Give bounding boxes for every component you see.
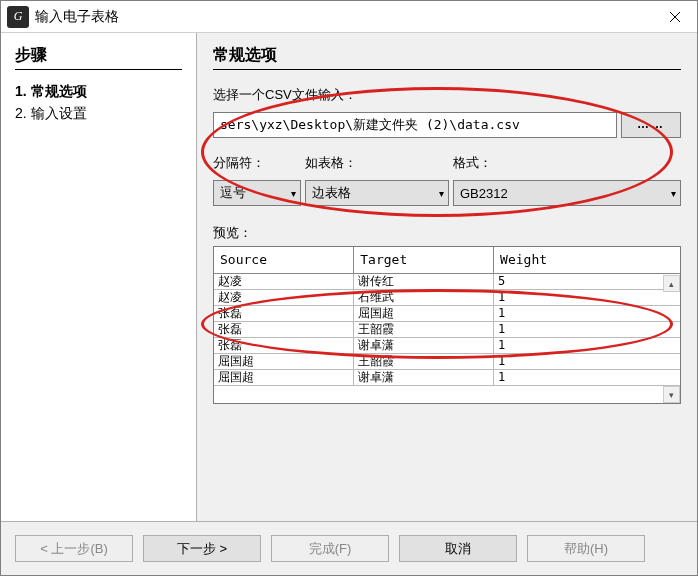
- options-panel: 常规选项 选择一个CSV文件输入： sers\yxz\Desktop\新建文件夹…: [197, 33, 697, 521]
- finish-button[interactable]: 完成(F): [271, 535, 389, 562]
- table-cell: 谢卓潇: [354, 369, 494, 385]
- app-icon: G: [7, 6, 29, 28]
- table-cell: 谢传红: [354, 273, 494, 289]
- table-cell: 张磊: [214, 337, 354, 353]
- options-heading: 常规选项: [213, 45, 681, 66]
- table-type-value: 边表格: [312, 184, 351, 202]
- dropdowns-row: 逗号 ▾ 边表格 ▾ GB2312 ▾: [213, 180, 681, 206]
- chevron-down-icon: ▾: [291, 188, 296, 199]
- chevron-down-icon: ▾: [439, 188, 444, 199]
- table-cell: 屈国超: [214, 353, 354, 369]
- table-cell: 1: [494, 337, 680, 353]
- step-item[interactable]: 2. 输入设置: [15, 102, 182, 124]
- preview-column-header[interactable]: Weight: [494, 247, 680, 273]
- table-row[interactable]: 张磊王韶霞1: [214, 321, 680, 337]
- preview-column-header[interactable]: Target: [354, 247, 494, 273]
- table-cell: 屈国超: [354, 305, 494, 321]
- dropdown-labels-row: 分隔符： 如表格： 格式：: [213, 154, 681, 172]
- separator-dropdown[interactable]: 逗号 ▾: [213, 180, 301, 206]
- separator-value: 逗号: [220, 184, 246, 202]
- table-cell: 张磊: [214, 305, 354, 321]
- table-type-dropdown[interactable]: 边表格 ▾: [305, 180, 449, 206]
- button-bar: < 上一步(B) 下一步 > 完成(F) 取消 帮助(H): [1, 521, 697, 575]
- table-cell: 屈国超: [214, 369, 354, 385]
- preview-column-header[interactable]: Source: [214, 247, 354, 273]
- table-row[interactable]: 张磊屈国超1: [214, 305, 680, 321]
- main-area: 步骤 1. 常规选项2. 输入设置 常规选项 选择一个CSV文件输入： sers…: [1, 33, 697, 521]
- table-cell: 王韶霞: [354, 353, 494, 369]
- separator-label: 分隔符：: [213, 154, 305, 172]
- table-row[interactable]: 屈国超王韶霞1: [214, 353, 680, 369]
- file-row: sers\yxz\Desktop\新建文件夹 (2)\data.csv ……: [213, 112, 681, 138]
- close-button[interactable]: [653, 1, 697, 33]
- options-heading-underline: [213, 69, 681, 70]
- next-button[interactable]: 下一步 >: [143, 535, 261, 562]
- titlebar: G 输入电子表格: [1, 1, 697, 33]
- chevron-down-icon: ▾: [671, 188, 676, 199]
- table-row[interactable]: 赵凌石维武1: [214, 289, 680, 305]
- preview-table: SourceTargetWeight 赵凌谢传红5赵凌石维武1张磊屈国超1张磊王…: [214, 247, 680, 386]
- table-cell: 张磊: [214, 321, 354, 337]
- format-label: 格式：: [453, 154, 681, 172]
- steps-heading-underline: [15, 69, 182, 70]
- table-cell: 谢卓潇: [354, 337, 494, 353]
- table-cell: 1: [494, 289, 680, 305]
- steps-panel: 步骤 1. 常规选项2. 输入设置: [1, 33, 197, 521]
- table-cell: 1: [494, 305, 680, 321]
- table-cell: 5: [494, 273, 680, 289]
- close-icon: [669, 11, 681, 23]
- step-item[interactable]: 1. 常规选项: [15, 80, 182, 102]
- window-title: 输入电子表格: [35, 8, 653, 26]
- table-cell: 1: [494, 321, 680, 337]
- steps-heading: 步骤: [15, 45, 182, 66]
- browse-button[interactable]: ……: [621, 112, 681, 138]
- preview-label: 预览：: [213, 224, 681, 242]
- table-cell: 1: [494, 353, 680, 369]
- steps-list: 1. 常规选项2. 输入设置: [15, 80, 182, 124]
- format-dropdown[interactable]: GB2312 ▾: [453, 180, 681, 206]
- preview-header-row: SourceTargetWeight: [214, 247, 680, 273]
- scroll-up-button[interactable]: ▴: [663, 275, 680, 292]
- format-value: GB2312: [460, 186, 508, 201]
- table-cell: 赵凌: [214, 273, 354, 289]
- table-row[interactable]: 赵凌谢传红5: [214, 273, 680, 289]
- scroll-down-button[interactable]: ▾: [663, 386, 680, 403]
- table-cell: 石维武: [354, 289, 494, 305]
- table-row[interactable]: 屈国超谢卓潇1: [214, 369, 680, 385]
- table-row[interactable]: 张磊谢卓潇1: [214, 337, 680, 353]
- file-label: 选择一个CSV文件输入：: [213, 86, 681, 104]
- table-type-label: 如表格：: [305, 154, 453, 172]
- preview-tbody: 赵凌谢传红5赵凌石维武1张磊屈国超1张磊王韶霞1张磊谢卓潇1屈国超王韶霞1屈国超…: [214, 273, 680, 385]
- preview-box: SourceTargetWeight 赵凌谢传红5赵凌石维武1张磊屈国超1张磊王…: [213, 246, 681, 404]
- app-icon-glyph: G: [14, 9, 23, 24]
- prev-button[interactable]: < 上一步(B): [15, 535, 133, 562]
- preview-thead: SourceTargetWeight: [214, 247, 680, 273]
- cancel-button[interactable]: 取消: [399, 535, 517, 562]
- help-button[interactable]: 帮助(H): [527, 535, 645, 562]
- table-cell: 王韶霞: [354, 321, 494, 337]
- table-cell: 赵凌: [214, 289, 354, 305]
- table-cell: 1: [494, 369, 680, 385]
- file-path-input[interactable]: sers\yxz\Desktop\新建文件夹 (2)\data.csv: [213, 112, 617, 138]
